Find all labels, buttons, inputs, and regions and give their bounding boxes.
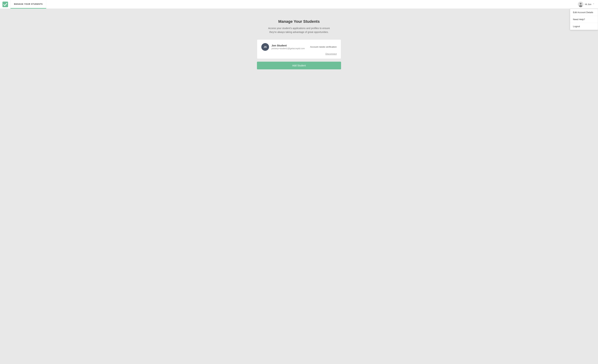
student-card-bottom: Disconnect xyxy=(261,53,337,55)
logo[interactable] xyxy=(0,0,10,8)
student-card: JS Jon Student jvickery+student1@getacce… xyxy=(257,40,341,59)
page-title: Manage Your Students xyxy=(278,19,320,24)
chevron-up-icon: ⌃ xyxy=(593,3,595,6)
student-status: Account needs verification xyxy=(310,46,337,48)
user-menu-button[interactable]: Hi Jon ⌃ xyxy=(576,0,596,8)
svg-point-2 xyxy=(580,3,581,5)
user-greeting-label: Hi Jon xyxy=(585,3,591,6)
user-dropdown-menu: Edit Account Details Need Help? Logout xyxy=(570,9,598,30)
manage-students-tab[interactable]: MANAGE YOUR STUDENTS xyxy=(10,0,46,8)
edit-account-item[interactable]: Edit Account Details xyxy=(570,9,598,16)
logout-item[interactable]: Logout xyxy=(570,23,598,30)
student-email: jvickery+student1@getacceptd.com xyxy=(272,47,307,50)
svg-rect-0 xyxy=(2,2,8,7)
add-student-button[interactable]: Add Student xyxy=(257,62,341,69)
student-card-top: JS Jon Student jvickery+student1@getacce… xyxy=(261,43,337,51)
need-help-item[interactable]: Need Help? xyxy=(570,16,598,23)
disconnect-link[interactable]: Disconnect xyxy=(325,53,337,55)
user-avatar-icon xyxy=(578,2,583,7)
svg-point-3 xyxy=(579,5,582,7)
logo-icon xyxy=(2,2,8,7)
student-info: Jon Student jvickery+student1@getacceptd… xyxy=(272,44,307,50)
main-content: Manage Your Students Access your student… xyxy=(0,9,598,76)
page-subtitle: Access your student's applications and p… xyxy=(268,26,330,34)
navbar: MANAGE YOUR STUDENTS Hi Jon ⌃ Edit Accou… xyxy=(0,0,598,9)
student-avatar: JS xyxy=(261,43,269,51)
navbar-right: Hi Jon ⌃ Edit Account Details Need Help?… xyxy=(576,0,598,8)
student-name: Jon Student xyxy=(272,44,307,47)
